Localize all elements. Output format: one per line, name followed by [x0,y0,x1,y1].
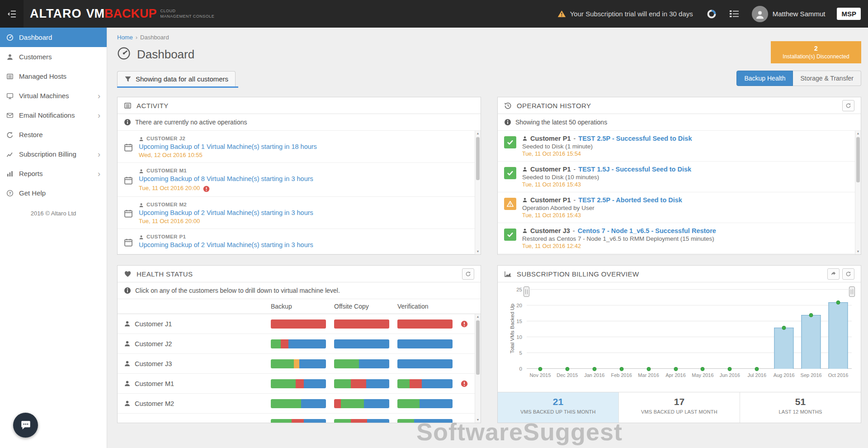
chart-point[interactable] [619,367,623,371]
health-bar-backup[interactable] [271,319,326,329]
activity-item[interactable]: CUSTOMER M2Upcoming Backup of 2 Virtual … [118,197,475,229]
health-bar-verification[interactable] [397,379,453,388]
chart-bar[interactable] [828,302,848,369]
operation-link[interactable]: TEST 1.5J - Successful Seed to Disk [578,166,691,173]
health-bar-backup[interactable] [271,339,326,348]
sidebar-item-get-help[interactable]: ?Get Help [0,183,107,203]
health-bar-offsite-copy[interactable] [334,419,389,423]
operation-link[interactable]: TEST 2.5P - Aborted Seed to Disk [578,196,682,204]
task-list-button[interactable] [729,10,739,18]
health-scrollbar[interactable]: ▲▼ [475,314,481,423]
chart-point[interactable] [701,367,705,371]
sidebar-item-virtual-machines[interactable]: Virtual Machines› [0,86,107,105]
user-menu[interactable]: Matthew Sammut [752,6,826,22]
operation-title-line: Customer J3-Centos 7 - Node 1_v6.5 - Suc… [522,227,716,234]
sidebar-item-customers[interactable]: Customers [0,47,107,67]
chart-bar[interactable] [774,328,794,369]
health-row[interactable]: Customer J3 [118,354,481,374]
scroll-down-icon[interactable]: ▼ [475,417,481,423]
health-bar-verification[interactable] [397,319,453,329]
storage-transfer-toggle[interactable]: Storage & Transfer [793,71,861,86]
health-bar-backup[interactable] [271,359,326,368]
activity-title: ACTIVITY [137,102,169,110]
sidebar-item-managed-hosts[interactable]: Managed Hosts [0,67,107,86]
y-tick-label: 0 [519,366,522,372]
sidebar-item-dashboard[interactable]: Dashboard [0,28,107,47]
health-bar-offsite-copy[interactable] [334,339,389,348]
operation-history-item[interactable]: Customer P1-TEST 1.5J - Successful Seed … [498,162,855,192]
stat-label: LAST 12 MONTHS [740,409,861,415]
scroll-down-icon[interactable]: ▼ [475,249,481,254]
health-bar-offsite-copy[interactable] [334,399,389,408]
operation-link[interactable]: TEST 2.5P - Successful Seed to Disk [578,135,692,142]
health-bar-backup[interactable] [271,399,326,408]
sidebar-item-restore[interactable]: Restore [0,125,107,144]
trial-warning[interactable]: Your Subscription trial will end in 30 d… [557,10,693,18]
activity-item[interactable]: CUSTOMER J2Upcoming Backup of 1 Virtual … [118,131,475,163]
health-bar-offsite-copy[interactable] [334,359,389,368]
brand-logo[interactable]: ALTARO VM BACKUP CLOUD MANAGEMENT CONSOL… [30,7,214,21]
operation-history-item[interactable]: Customer J3-Centos 7 - Node 1_v6.5 - Suc… [498,223,855,254]
chart-point[interactable] [782,326,786,330]
operation-link[interactable]: Centos 7 - Node 1_v6.5 - Successful Rest… [578,227,716,234]
health-customer-cell: Customer J2 [124,340,271,348]
health-bar-offsite-copy[interactable] [334,319,389,329]
activity-link[interactable]: Upcoming Backup of 8 Virtual Machine(s) … [139,175,313,182]
scroll-up-icon[interactable]: ▲ [855,131,861,136]
billing-refresh-button[interactable] [842,268,854,280]
customer-name: Customer J1 [135,320,172,328]
scroll-up-icon[interactable]: ▲ [475,314,481,319]
backup-health-toggle[interactable]: Backup Health [736,71,793,86]
health-refresh-button[interactable] [462,268,474,280]
chart-point[interactable] [646,367,651,371]
chart-point[interactable] [674,367,678,371]
health-bar-verification[interactable] [397,419,453,423]
activity-scrollbar[interactable]: ▲▼ [475,131,481,254]
health-bar-verification[interactable] [397,399,453,408]
history-refresh-button[interactable] [842,100,854,111]
health-bar-backup[interactable] [271,419,326,423]
sidebar-collapse-button[interactable] [0,0,24,28]
health-row[interactable]: Customer J2 [118,334,481,354]
health-row[interactable] [118,414,481,423]
chat-button[interactable] [13,413,38,438]
activity-link[interactable]: Upcoming Backup of 2 Virtual Machine(s) … [139,209,313,216]
health-bar-verification[interactable] [397,339,453,348]
chart-point[interactable] [809,313,813,317]
chart-point[interactable] [592,367,596,371]
disconnected-installations-badge[interactable]: 2 Installation(s) Disconnected [771,41,861,63]
chart-point[interactable] [836,300,840,305]
status-donut-button[interactable] [707,9,717,19]
health-row[interactable]: Customer J1 [118,314,481,334]
breadcrumb-home-link[interactable]: Home [117,34,133,41]
user-icon [522,136,528,141]
activity-link[interactable]: Upcoming Backup of 2 Virtual Machine(s) … [139,241,313,248]
chart-point[interactable] [538,367,542,371]
scrollbar-thumb[interactable] [476,137,480,180]
activity-item[interactable]: CUSTOMER M1Upcoming Backup of 8 Virtual … [118,163,475,197]
sidebar-item-reports[interactable]: Reports› [0,164,107,183]
history-scrollbar[interactable]: ▲▼ [855,131,861,254]
billing-export-button[interactable] [827,268,840,280]
health-row[interactable]: Customer M2 [118,394,481,414]
health-bar-backup[interactable] [271,379,326,388]
customer-filter-button[interactable]: Showing data for all customers [117,71,236,86]
chart-point[interactable] [565,367,569,371]
scroll-down-icon[interactable]: ▼ [855,249,861,254]
chart-bar[interactable] [802,315,821,369]
chart-point[interactable] [755,367,759,371]
health-row[interactable]: Customer M1 [118,374,481,394]
sidebar-item-subscription-billing[interactable]: Subscription Billing› [0,144,107,164]
activity-item[interactable]: CUSTOMER P1Upcoming Backup of 2 Virtual … [118,229,475,254]
scrollbar-thumb[interactable] [476,320,480,375]
scroll-up-icon[interactable]: ▲ [475,131,481,136]
operation-history-item[interactable]: Customer P1-TEST 2.5P - Aborted Seed to … [498,192,855,223]
sidebar-item-email-notifications[interactable]: Email Notifications› [0,105,107,125]
health-bar-offsite-copy[interactable] [334,379,389,388]
health-bar-verification[interactable] [397,359,453,368]
operation-history-item[interactable]: Customer P1-TEST 2.5P - Successful Seed … [498,131,855,162]
chart-point[interactable] [728,367,732,371]
bar-segment-green [397,379,410,388]
scrollbar-thumb[interactable] [856,137,860,182]
activity-link[interactable]: Upcoming Backup of 1 Virtual Machine(s) … [139,143,317,150]
